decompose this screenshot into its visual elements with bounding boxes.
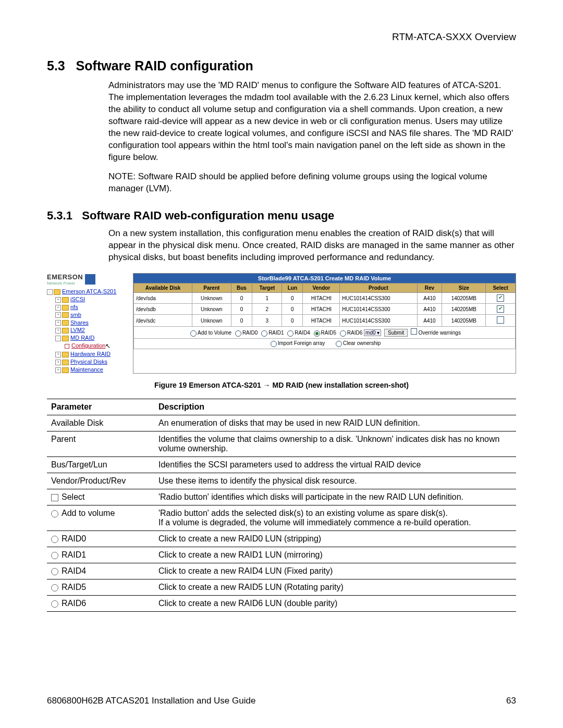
- param-name-cell: RAID0: [47, 530, 154, 547]
- col-vendor: Vendor: [303, 283, 340, 293]
- raid0-radio[interactable]: [235, 330, 241, 337]
- select-checkbox[interactable]: ✔: [497, 294, 504, 302]
- cell-size: 140205MB: [442, 304, 486, 315]
- tree-link-iscsi[interactable]: iSCSI: [70, 296, 85, 302]
- raid1-radio[interactable]: [261, 330, 267, 337]
- tree-link-mdraid[interactable]: MD RAID: [70, 335, 94, 341]
- cursor-icon: ↖: [105, 342, 111, 350]
- collapse-icon[interactable]: -: [47, 289, 53, 295]
- param-row: RAID1Click to create a new RAID1 LUN (mi…: [47, 547, 516, 563]
- cell-size: 140205MB: [442, 315, 486, 327]
- raid6-radio[interactable]: [340, 330, 346, 337]
- cell-vendor: HITACHI: [303, 315, 340, 327]
- param-desc-cell: Use these items to identify the physical…: [154, 473, 516, 489]
- cell-disk: /dev/sda: [134, 293, 192, 304]
- param-desc-cell: Click to create a new RAID0 LUN (strippi…: [154, 530, 516, 547]
- expand-icon[interactable]: +: [55, 328, 61, 334]
- cell-product: HUC101414CSS300: [340, 304, 418, 315]
- md-device-select[interactable]: md0 ▾: [364, 329, 381, 336]
- folder-icon: [62, 305, 69, 311]
- table-row: /dev/sdc Unknown 0 3 0 HITACHI HUC101414…: [134, 315, 516, 327]
- param-name-cell: Bus/Target/Lun: [47, 456, 154, 473]
- param-name-cell: Add to volume: [47, 505, 154, 530]
- param-row: Vendor/Product/RevUse these items to ide…: [47, 473, 516, 489]
- expand-icon[interactable]: +: [55, 360, 61, 365]
- submit-button[interactable]: Submit: [384, 329, 408, 337]
- cell-product: HUC101414CSS300: [340, 315, 418, 327]
- raid5-radio[interactable]: [314, 330, 320, 337]
- folder-icon: [62, 320, 69, 326]
- param-desc-cell: Identifies the volume that claims owners…: [154, 431, 516, 456]
- tree-root-link[interactable]: Emerson ATCA-S201: [62, 288, 116, 294]
- tree-link-hwraid[interactable]: Hardware RAID: [70, 351, 111, 357]
- param-row: RAID0Click to create a new RAID0 LUN (st…: [47, 530, 516, 547]
- col-rev: Rev: [417, 283, 442, 293]
- nav-tree: -Emerson ATCA-S201 +iSCSI +nfs +smb +Sha…: [47, 288, 133, 374]
- expand-icon[interactable]: +: [55, 312, 61, 318]
- table-row: /dev/sdb Unknown 0 2 0 HITACHI HUC101414…: [134, 304, 516, 315]
- page-icon: [65, 344, 69, 349]
- override-label: Override warnings: [419, 330, 461, 336]
- expand-icon[interactable]: +: [55, 305, 61, 311]
- folder-icon: [62, 360, 69, 365]
- nav-tree-panel: EMERSON Network Power -Emerson ATCA-S201…: [47, 273, 133, 374]
- raid-controls-row1: Add to Volume RAID0 RAID1 RAID4 RAID5 RA…: [134, 327, 516, 339]
- raid4-label: RAID4: [295, 330, 310, 336]
- tree-link-configuration[interactable]: Configuration: [71, 342, 105, 349]
- add-to-volume-radio[interactable]: [190, 330, 197, 337]
- tree-link-smb[interactable]: smb: [70, 312, 81, 318]
- radio-icon: [51, 568, 58, 575]
- import-radio[interactable]: [271, 341, 277, 347]
- collapse-icon[interactable]: -: [55, 336, 61, 341]
- cell-bus: 0: [231, 304, 252, 315]
- cell-bus: 0: [231, 315, 252, 327]
- expand-icon[interactable]: +: [55, 352, 61, 357]
- tree-link-shares[interactable]: Shares: [70, 319, 89, 326]
- tree-link-physdisks[interactable]: Physical Disks: [70, 359, 107, 365]
- tree-link-lvm2[interactable]: LVM2: [70, 327, 85, 333]
- cell-size: 140205MB: [442, 293, 486, 304]
- cell-lun: 0: [282, 304, 303, 315]
- radio-icon: [51, 584, 58, 591]
- expand-icon[interactable]: +: [55, 320, 61, 326]
- expand-icon[interactable]: +: [55, 367, 61, 373]
- clear-radio[interactable]: [336, 341, 342, 347]
- col-target: Target: [252, 283, 282, 293]
- cell-target: 2: [252, 304, 282, 315]
- folder-icon: [62, 336, 69, 341]
- param-row: ParentIdentifies the volume that claims …: [47, 431, 516, 456]
- radio-icon: [51, 536, 58, 543]
- cell-parent: Unknown: [192, 293, 231, 304]
- col-size: Size: [442, 283, 486, 293]
- param-desc-cell: 'Radio button' identifies which disks wi…: [154, 489, 516, 505]
- tree-link-nfs[interactable]: nfs: [70, 304, 78, 310]
- param-name-cell: Select: [47, 489, 154, 505]
- page-header: RTM-ATCA-SXXX Overview: [47, 31, 516, 43]
- cell-vendor: HITACHI: [303, 304, 340, 315]
- folder-icon: [54, 289, 60, 295]
- raid1-label: RAID1: [268, 330, 284, 336]
- cell-bus: 0: [231, 293, 252, 304]
- param-name-cell: RAID5: [47, 579, 154, 595]
- select-checkbox[interactable]: [497, 316, 504, 324]
- footer-page-number: 63: [506, 696, 516, 706]
- param-desc-cell: Click to create a new RAID6 LUN (double …: [154, 595, 516, 611]
- param-desc-cell: An enumeration of disks that may be used…: [154, 415, 516, 431]
- tree-link-maintenance[interactable]: Maintenance: [70, 366, 103, 373]
- table-row: /dev/sda Unknown 0 1 0 HITACHI HUC101414…: [134, 293, 516, 304]
- param-row: RAID5Click to create a new RAID5 LUN (Ro…: [47, 579, 516, 595]
- raid4-radio[interactable]: [287, 330, 293, 337]
- folder-icon: [62, 297, 69, 303]
- cell-vendor: HITACHI: [303, 293, 340, 304]
- radio-icon: [51, 510, 58, 517]
- sec53-para2: NOTE: Software RAID should be applied be…: [108, 171, 516, 195]
- expand-icon[interactable]: +: [55, 297, 61, 303]
- footer-left: 6806800H62B ATCAS201 Installation and Us…: [47, 696, 255, 706]
- raid-controls-row2: Import Foreign array Clear ownership: [134, 339, 516, 349]
- subsection-title: Software RAID web-configuration menu usa…: [82, 209, 334, 222]
- override-checkbox[interactable]: [411, 328, 417, 335]
- select-checkbox[interactable]: ✔: [497, 305, 504, 313]
- folder-icon: [62, 367, 69, 373]
- col-bus: Bus: [231, 283, 252, 293]
- col-product: Product: [340, 283, 418, 293]
